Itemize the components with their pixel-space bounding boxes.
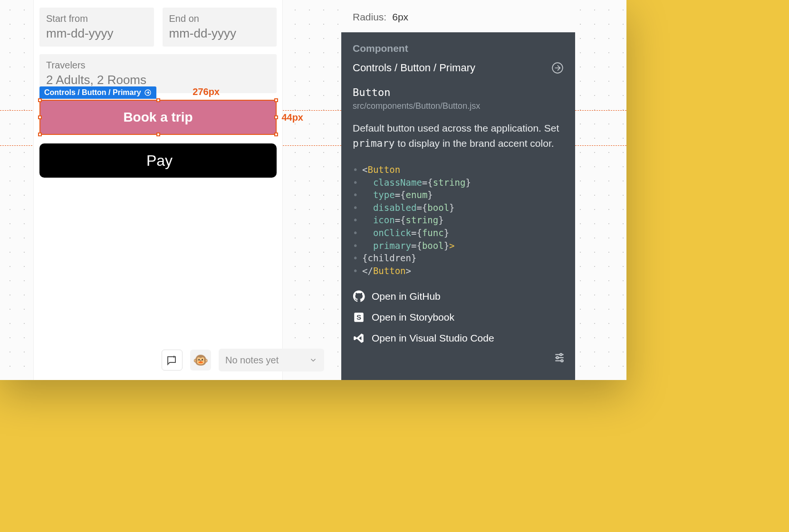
notes-placeholder: No notes yet xyxy=(225,355,279,366)
radius-value[interactable]: 6px xyxy=(392,11,408,23)
height-dimension: 44px xyxy=(281,112,303,123)
open-storybook-link[interactable]: S Open in Storybook xyxy=(353,311,564,323)
resize-handle-tr[interactable] xyxy=(274,98,278,102)
resize-handle-tl[interactable] xyxy=(38,98,42,102)
code-snippet: •<Button • className={string} • type={en… xyxy=(353,163,564,277)
arrow-circle-right-icon xyxy=(551,62,564,74)
end-date-field[interactable]: End on mm-dd-yyyy xyxy=(163,8,277,47)
avatar[interactable]: 🐵 xyxy=(190,350,211,370)
radius-row: Radius: 6px xyxy=(341,0,575,32)
resize-handle-bl[interactable] xyxy=(38,133,42,136)
github-icon xyxy=(353,290,365,303)
inspector-panel: Radius: 6px Component Controls / Button … xyxy=(341,0,575,380)
apple-pay-button[interactable]: Pay xyxy=(39,143,277,178)
app-window: Start from mm-dd-yyyy End on mm-dd-yyyy … xyxy=(0,0,626,380)
component-file-path: src/components/Button/Button.jsx xyxy=(353,101,564,111)
resize-handle-br[interactable] xyxy=(274,133,278,136)
date-row: Start from mm-dd-yyyy End on mm-dd-yyyy xyxy=(34,0,282,47)
resize-handle-mr[interactable] xyxy=(274,115,278,119)
resize-handle-bm[interactable] xyxy=(156,133,160,136)
component-code-title: Button xyxy=(353,86,564,98)
vscode-label: Open in Visual Studio Code xyxy=(372,332,494,344)
notes-toolbar: 🐵 No notes yet xyxy=(162,349,324,371)
component-panel-body: Component Controls / Button / Primary Bu… xyxy=(341,32,575,380)
selection-badge[interactable]: Controls / Button / Primary xyxy=(39,86,156,99)
component-path: Controls / Button / Primary xyxy=(353,62,475,74)
selection-badge-label: Controls / Button / Primary xyxy=(44,88,141,97)
travelers-label: Travelers xyxy=(46,60,270,71)
start-date-field[interactable]: Start from mm-dd-yyyy xyxy=(39,8,154,47)
end-label: End on xyxy=(169,13,270,24)
component-path-row[interactable]: Controls / Button / Primary xyxy=(353,62,564,74)
width-dimension: 276px xyxy=(192,86,220,97)
resize-handle-tm[interactable] xyxy=(156,98,160,102)
section-heading: Component xyxy=(353,43,564,54)
start-label: Start from xyxy=(46,13,147,24)
travelers-value: 2 Adults, 2 Rooms xyxy=(46,73,270,87)
selected-element[interactable]: Controls / Button / Primary 276px 44px B… xyxy=(39,100,277,135)
notes-dropdown[interactable]: No notes yet xyxy=(219,349,324,371)
component-description: Default button used across the applicati… xyxy=(353,121,564,151)
component-frame: Start from mm-dd-yyyy End on mm-dd-yyyy … xyxy=(33,0,283,380)
note-add-icon xyxy=(166,354,178,366)
book-trip-label: Book a trip xyxy=(123,110,192,125)
panel-settings-button[interactable] xyxy=(553,352,566,366)
storybook-label: Open in Storybook xyxy=(372,312,454,323)
external-links: Open in GitHub S Open in Storybook Open … xyxy=(353,290,564,344)
end-placeholder: mm-dd-yyyy xyxy=(169,26,270,41)
github-label: Open in GitHub xyxy=(372,291,441,302)
svg-text:S: S xyxy=(356,314,361,322)
open-github-link[interactable]: Open in GitHub xyxy=(353,290,564,303)
svg-point-9 xyxy=(561,360,563,361)
arrow-circle-right-icon xyxy=(144,89,152,96)
add-note-button[interactable] xyxy=(162,350,183,370)
chevron-down-icon xyxy=(309,356,318,364)
storybook-icon: S xyxy=(353,311,365,323)
start-placeholder: mm-dd-yyyy xyxy=(46,26,147,41)
vscode-icon xyxy=(353,332,365,344)
sliders-icon xyxy=(553,352,566,364)
apple-pay-label: Pay xyxy=(146,152,173,170)
book-trip-button[interactable]: Book a trip xyxy=(39,100,277,135)
radius-label: Radius: xyxy=(353,11,386,23)
svg-point-7 xyxy=(557,357,558,359)
open-vscode-link[interactable]: Open in Visual Studio Code xyxy=(353,332,564,344)
resize-handle-ml[interactable] xyxy=(38,115,42,119)
svg-point-5 xyxy=(560,353,562,355)
